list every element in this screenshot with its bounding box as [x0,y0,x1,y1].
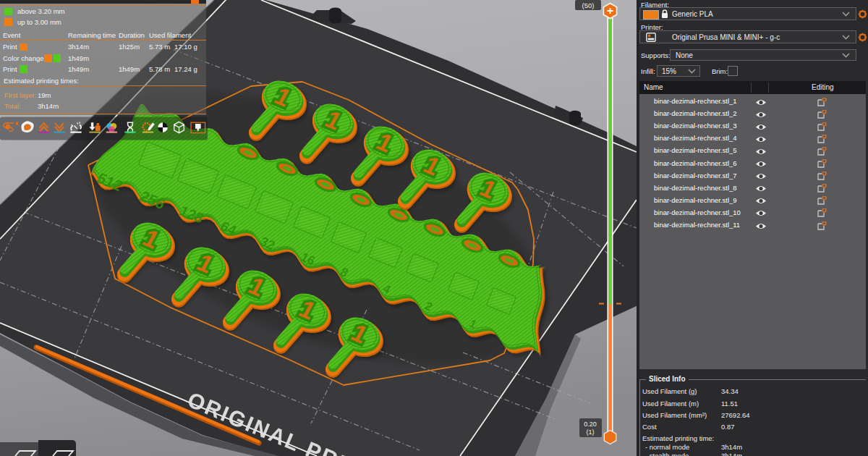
svg-text:0.20: 0.20 [584,421,597,428]
svg-text:(1): (1) [587,428,595,436]
svg-text:(50): (50) [582,1,595,9]
